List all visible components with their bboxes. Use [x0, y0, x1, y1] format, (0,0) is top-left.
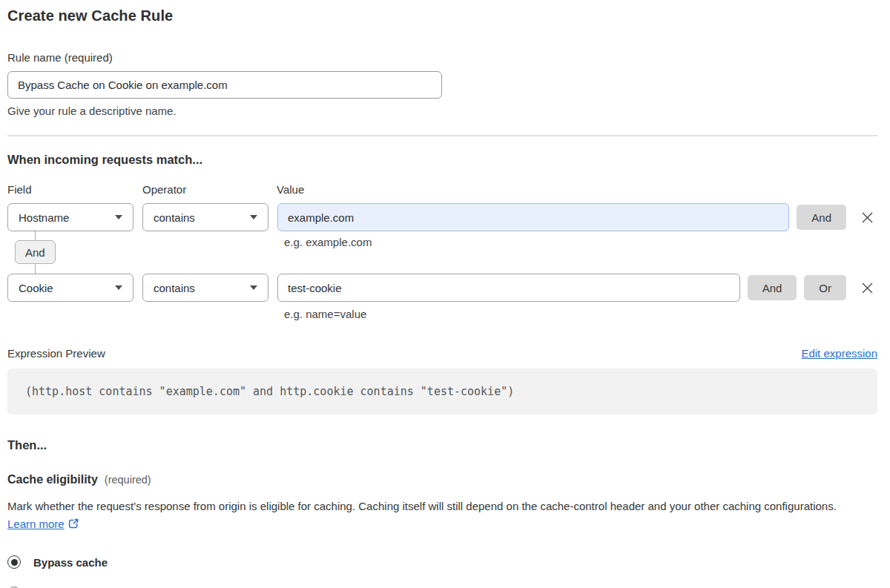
operator-select-value: contains [154, 211, 195, 224]
condition-row: Hostname contains And [7, 203, 877, 231]
radio-bypass-cache[interactable]: Bypass cache [7, 555, 877, 569]
section-divider [7, 135, 877, 136]
radio-selected-icon [7, 555, 21, 569]
value-hint: e.g. name=value [284, 308, 877, 320]
close-icon [860, 211, 874, 225]
cache-eligibility-description: Mark whether the request’s response from… [7, 498, 868, 533]
condition-column-headers: Field Operator Value [7, 183, 877, 196]
match-section-heading: When incoming requests match... [7, 153, 877, 167]
and-connector-button[interactable]: And [15, 240, 56, 264]
chevron-down-icon [115, 215, 122, 219]
field-select-value: Hostname [19, 211, 69, 224]
field-select[interactable]: Cookie [7, 274, 134, 302]
field-select-value: Cookie [19, 282, 53, 294]
expression-code: (http.host contains "example.com" and ht… [7, 369, 877, 414]
cache-eligibility-heading: Cache eligibility [7, 473, 98, 486]
operator-select[interactable]: contains [142, 274, 268, 302]
rule-name-label: Rule name (required) [7, 51, 877, 64]
operator-column-label: Operator [142, 183, 277, 196]
cache-eligibility-header: Cache eligibility (required) [7, 473, 877, 486]
rule-name-input[interactable] [7, 71, 442, 99]
expression-preview-header: Expression Preview Edit expression [7, 347, 877, 360]
value-input[interactable] [277, 274, 740, 302]
description-text: Mark whether the request’s response from… [7, 500, 837, 512]
value-hint: e.g. example.com [284, 236, 372, 248]
expression-preview-label: Expression Preview [7, 347, 105, 360]
close-icon [860, 281, 874, 295]
radio-label: Bypass cache [33, 556, 108, 569]
value-column-label: Value [277, 183, 877, 196]
operator-select-value: contains [154, 282, 195, 294]
required-note: (required) [105, 474, 151, 486]
create-cache-rule-form: Create new Cache Rule Rule name (require… [0, 0, 890, 588]
rule-name-helper: Give your rule a descriptive name. [7, 105, 877, 117]
condition-row: Cookie contains And Or [7, 274, 877, 302]
operator-select[interactable]: contains [142, 203, 268, 231]
and-button[interactable]: And [748, 275, 797, 300]
value-input[interactable] [277, 203, 789, 231]
external-link-icon [67, 518, 79, 529]
chevron-down-icon [250, 215, 257, 219]
page-title: Create new Cache Rule [7, 7, 877, 24]
or-button[interactable]: Or [804, 275, 846, 300]
edit-expression-link[interactable]: Edit expression [801, 347, 877, 360]
connector-zone: And e.g. example.com [7, 231, 877, 274]
remove-condition-button[interactable] [857, 277, 877, 298]
chevron-down-icon [250, 285, 257, 290]
field-select[interactable]: Hostname [7, 203, 134, 231]
remove-condition-button[interactable] [857, 207, 877, 228]
chevron-down-icon [115, 285, 122, 290]
cache-eligibility-options: Bypass cache Eligible for cache [7, 555, 877, 588]
and-button[interactable]: And [797, 205, 846, 230]
then-heading: Then... [7, 438, 877, 452]
learn-more-link[interactable]: Learn more [7, 518, 65, 530]
field-column-label: Field [7, 183, 142, 196]
